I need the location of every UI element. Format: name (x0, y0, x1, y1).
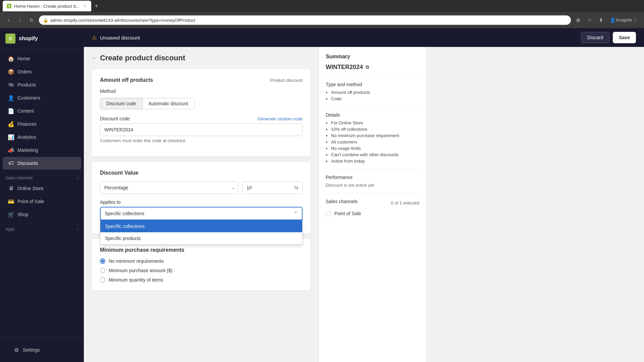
content-icon: 📄 (8, 108, 14, 114)
discounts-icon: 🏷 (8, 160, 14, 166)
sidebar-item-products[interactable]: 🛍 Products (3, 78, 81, 91)
address-bar[interactable]: 🔒 admin.shopify.com/store/de8143-a6/disc… (39, 15, 571, 25)
discount-code-input[interactable] (100, 123, 303, 136)
logo-text: shopify (19, 36, 38, 42)
topbar-left: ⚠ Unsaved discount (92, 35, 140, 41)
discard-button[interactable]: Discard (581, 32, 609, 43)
sidebar-item-shop[interactable]: 🛒 Shop (3, 208, 81, 221)
bookmark-icon[interactable]: ☆ (585, 15, 594, 25)
point-of-sale-icon: 💳 (8, 198, 14, 204)
percent-suffix: % (294, 185, 299, 190)
summary-title: Summary (326, 54, 419, 60)
card-main-title: Amount off products (100, 77, 153, 83)
sidebar-item-orders[interactable]: 📦 Orders (3, 65, 81, 78)
sidebar-item-finances[interactable]: 💰 Finances (3, 118, 81, 130)
forward-button[interactable]: › (15, 15, 25, 25)
discount-value-row-group: Percentage ⌄ % (100, 181, 303, 194)
applies-to-field-group: Applies to Specific collections ⌃ Specif… (100, 199, 303, 220)
menu-icon[interactable]: ⋮ (631, 15, 640, 25)
type-method-title: Type and method (326, 82, 419, 87)
card-badge: Product discount (270, 78, 303, 83)
unsaved-warning-text: Unsaved discount (100, 35, 140, 41)
sidebar-item-analytics-label: Analytics (17, 134, 36, 140)
details-title: Details (326, 112, 419, 118)
automatic-discount-tab[interactable]: Automatic discount (143, 98, 195, 109)
marketing-icon: 📣 (8, 147, 14, 153)
detail-item-6: Active from today (331, 159, 419, 164)
applies-to-dropdown[interactable]: Specific collections ⌃ (100, 207, 303, 220)
radio-no-minimum[interactable]: No minimum requirements (100, 258, 303, 264)
shop-icon: 🛒 (8, 212, 14, 218)
option-specific-products[interactable]: Specific products (100, 232, 302, 244)
details-list: For Online Store 10% off collections No … (326, 120, 419, 164)
extensions-icon[interactable]: ⊞ (574, 15, 583, 25)
applies-to-header: Applies to (100, 199, 303, 205)
sidebar-item-discounts[interactable]: 🏷 Discounts (3, 157, 81, 170)
amount-off-products-card: Amount off products Product discount Met… (92, 69, 311, 157)
downloads-icon[interactable]: ⬇ (596, 15, 606, 25)
save-button[interactable]: Save (613, 32, 636, 43)
performance-text: Discount is not active yet (326, 183, 419, 188)
tab-title: Home Haven · Create product d... (14, 4, 79, 9)
summary-code-row: WINTER2024 ⧉ (326, 64, 419, 71)
applies-to-selected-text: Specific collections (105, 211, 144, 216)
sidebar-bottom: ⚙ Settings (0, 338, 84, 362)
sidebar-item-analytics[interactable]: 📊 Analytics (3, 131, 81, 143)
radio-min-quantity-label: Minimum quantity of items (109, 277, 163, 283)
summary-code-text: WINTER2024 (326, 64, 363, 71)
app-container: S shopify 🏠 Home 📦 Orders 🛍 Products 👤 C… (0, 28, 644, 362)
sidebar-item-online-store[interactable]: 🖥 Online Store (3, 182, 81, 195)
discount-value-card: Discount Value Percentage ⌄ % (92, 162, 311, 234)
radio-min-purchase[interactable]: Minimum purchase amount ($) (100, 268, 303, 273)
sidebar-item-marketing[interactable]: 📣 Marketing (3, 144, 81, 157)
type-method-list: Amount off products Code (326, 90, 419, 101)
sidebar-item-home[interactable]: 🏠 Home (3, 52, 81, 65)
minimum-purchase-card: Minimum purchase requirements No minimum… (92, 239, 311, 291)
detail-item-1: 10% off collections (331, 127, 419, 132)
lock-icon: 🔒 (43, 18, 48, 23)
sidebar-item-customers[interactable]: 👤 Customers (3, 92, 81, 104)
percentage-select[interactable]: Percentage (100, 181, 238, 194)
generate-random-code-link[interactable]: Generate random code (258, 116, 303, 121)
option-specific-collections[interactable]: Specific collections (100, 220, 302, 232)
detail-item-4: No usage limits (331, 146, 419, 151)
radio-no-minimum-circle (100, 258, 105, 264)
sidebar-item-settings[interactable]: ⚙ Settings (8, 344, 76, 356)
sidebar-item-shop-label: Shop (17, 212, 29, 217)
refresh-button[interactable]: ↻ (27, 15, 36, 25)
sidebar-item-marketing-label: Marketing (17, 147, 38, 153)
active-tab[interactable]: S Home Haven · Create product d... × (3, 1, 91, 11)
value-input[interactable] (242, 181, 303, 194)
channel-point-of-sale[interactable]: Point of Sale (326, 211, 419, 216)
sidebar-logo: S shopify (0, 28, 84, 49)
details-section: Details For Online Store 10% off collect… (326, 112, 419, 164)
sidebar-item-finances-label: Finances (17, 121, 37, 127)
back-button[interactable]: ‹ (4, 15, 13, 25)
sidebar-item-products-label: Products (17, 82, 36, 87)
browser-toolbar: ‹ › ↻ 🔒 admin.shopify.com/store/de8143-a… (0, 12, 644, 28)
value-input-wrapper: % (242, 181, 303, 194)
sidebar-item-home-label: Home (17, 56, 30, 61)
detail-item-3: All customers (331, 139, 419, 144)
applies-to-dropdown-wrapper: Specific collections ⌃ Specific collecti… (100, 207, 303, 220)
panel-divider-3 (326, 169, 419, 169)
discount-code-label: Discount code (100, 116, 130, 121)
sidebar-item-content[interactable]: 📄 Content (3, 105, 81, 117)
online-store-icon: 🖥 (8, 185, 14, 191)
panel-divider-2 (326, 107, 419, 107)
panel-divider-1 (326, 76, 419, 76)
sidebar-item-point-of-sale[interactable]: 💳 Point of Sale (3, 195, 81, 208)
channel-pos-checkbox[interactable] (326, 211, 331, 216)
new-tab-button[interactable]: + (93, 3, 100, 10)
panel-divider-4 (326, 193, 419, 193)
url-text: admin.shopify.com/store/de8143-a6/discou… (50, 18, 567, 23)
discount-code-tab[interactable]: Discount code (100, 98, 143, 109)
radio-min-quantity[interactable]: Minimum quantity of items (100, 277, 303, 283)
card-header: Amount off products Product discount (100, 77, 303, 83)
tab-close-button[interactable]: × (82, 3, 87, 9)
copy-code-icon[interactable]: ⧉ (366, 64, 369, 70)
type-method-section: Type and method Amount off products Code (326, 82, 419, 101)
apps-section: Apps › (0, 224, 84, 233)
discount-code-field-group: Discount code Generate random code Custo… (100, 116, 303, 143)
back-arrow-button[interactable]: ← (92, 55, 97, 61)
